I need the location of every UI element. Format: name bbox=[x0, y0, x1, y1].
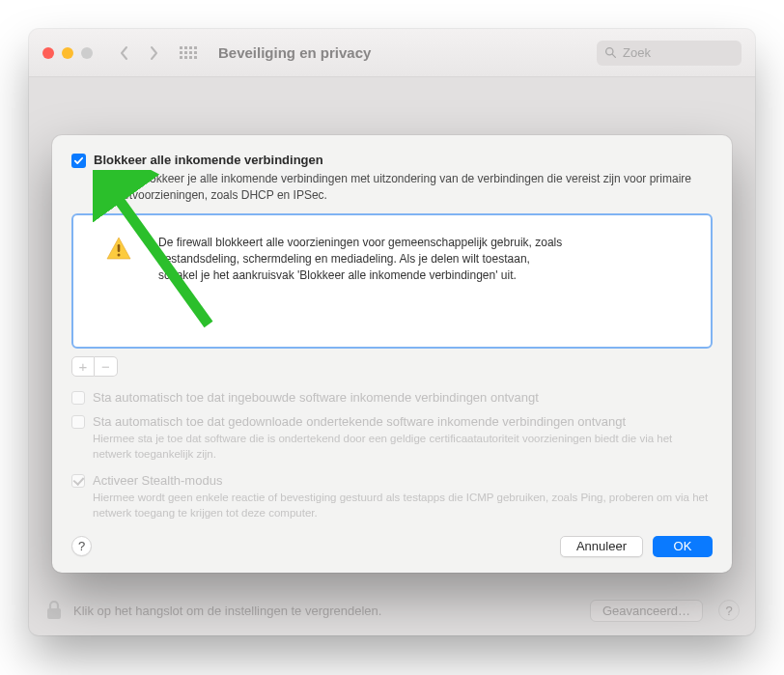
block-all-incoming-description: Hiermee blokkeer je alle inkomende verbi… bbox=[71, 171, 713, 204]
allow-signed-label: Sta automatisch toe dat gedownloade onde… bbox=[93, 414, 626, 429]
preferences-window: Beveiliging en privacy Zoek Klik op het … bbox=[29, 29, 755, 635]
add-button: + bbox=[71, 356, 95, 377]
search-input[interactable]: Zoek bbox=[597, 41, 742, 66]
svg-rect-2 bbox=[47, 608, 61, 619]
allow-builtin-checkbox bbox=[71, 391, 85, 405]
ok-button[interactable]: OK bbox=[653, 536, 713, 557]
remove-button: − bbox=[95, 356, 118, 377]
stealth-mode-label: Activeer Stealth-modus bbox=[93, 473, 222, 488]
svg-point-4 bbox=[118, 253, 121, 256]
block-all-incoming-label: Blokkeer alle inkomende verbindingen bbox=[94, 153, 323, 167]
zoom-window-button bbox=[81, 47, 93, 59]
help-button[interactable]: ? bbox=[71, 536, 92, 556]
lock-text: Klik op het hangslot om de instellingen … bbox=[73, 604, 381, 618]
advanced-button[interactable]: Geavanceerd… bbox=[590, 600, 703, 622]
window-title: Beveiliging en privacy bbox=[218, 44, 371, 61]
stealth-mode-checkbox bbox=[71, 474, 85, 488]
search-placeholder: Zoek bbox=[623, 45, 651, 60]
block-all-incoming-checkbox[interactable] bbox=[71, 154, 86, 168]
lock-icon[interactable] bbox=[44, 599, 64, 622]
info-text: De firewall blokkeert alle voorzieningen… bbox=[158, 235, 564, 285]
minimize-window-button[interactable] bbox=[62, 47, 73, 59]
allow-signed-description: Hiermee sta je toe dat software die is o… bbox=[71, 431, 713, 462]
info-box: De firewall blokkeert alle voorzieningen… bbox=[71, 213, 713, 349]
warning-icon bbox=[106, 237, 131, 260]
window-controls bbox=[42, 47, 93, 59]
search-icon bbox=[604, 46, 617, 59]
allow-builtin-label: Sta automatisch toe dat ingebouwde softw… bbox=[93, 390, 539, 405]
forward-button bbox=[141, 41, 166, 66]
help-button-background: ? bbox=[718, 600, 740, 621]
titlebar: Beveiliging en privacy Zoek bbox=[29, 29, 755, 77]
close-window-button[interactable] bbox=[42, 47, 54, 59]
svg-line-1 bbox=[612, 54, 615, 57]
allow-signed-checkbox bbox=[71, 415, 85, 429]
show-all-icon[interactable] bbox=[180, 42, 201, 64]
cancel-button[interactable]: Annuleer bbox=[560, 536, 643, 557]
stealth-mode-description: Hiermee wordt geen enkele reactie of bev… bbox=[71, 490, 713, 520]
svg-rect-3 bbox=[118, 244, 121, 252]
firewall-options-sheet: Blokkeer alle inkomende verbindingen Hie… bbox=[52, 135, 732, 573]
back-button[interactable] bbox=[112, 41, 137, 66]
